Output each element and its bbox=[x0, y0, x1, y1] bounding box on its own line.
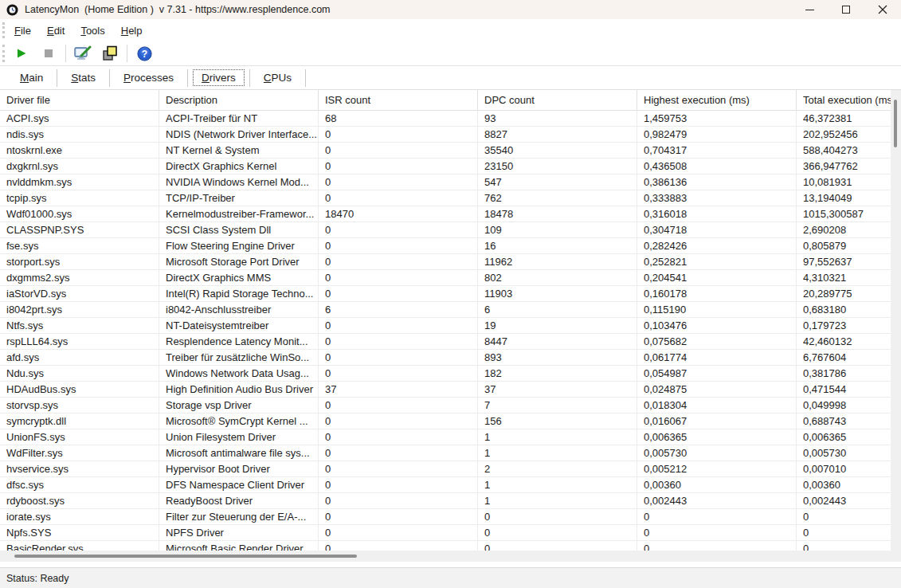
copy-report-button[interactable] bbox=[98, 44, 122, 63]
cell-highest-execution: 0,204541 bbox=[637, 270, 797, 285]
status-bar: Status: Ready bbox=[0, 567, 901, 588]
cell-description: Intel(R) Rapid Storage Techno... bbox=[159, 286, 319, 301]
cell-highest-execution: 0,982479 bbox=[637, 127, 797, 142]
column-header-dpc-count[interactable]: DPC count bbox=[478, 90, 637, 110]
cell-dpc-count: 0 bbox=[478, 541, 637, 551]
table-row[interactable]: ntoskrnl.exe NT Kernel & System 0 35540 … bbox=[0, 143, 901, 159]
cell-highest-execution: 0,075682 bbox=[637, 334, 797, 349]
table-row[interactable]: Ndu.sys Windows Network Data Usag... 0 1… bbox=[0, 366, 901, 382]
table-row[interactable]: storport.sys Microsoft Storage Port Driv… bbox=[0, 254, 901, 270]
cell-highest-execution: 0,103476 bbox=[637, 318, 797, 333]
table-row[interactable]: iorate.sys Filter zur Steuerung der E/A-… bbox=[0, 509, 901, 525]
column-header-isr-count[interactable]: ISR count bbox=[319, 90, 478, 110]
table-row[interactable]: dfsc.sys DFS Namespace Client Driver 0 1… bbox=[0, 477, 901, 493]
table-row[interactable]: HDAudBus.sys High Definition Audio Bus D… bbox=[0, 382, 901, 398]
cell-description: Microsoft antimalware file sys... bbox=[159, 445, 319, 461]
cell-dpc-count: 93 bbox=[478, 111, 637, 126]
cell-driver-file: iorate.sys bbox=[0, 509, 159, 524]
table-row[interactable]: rdyboost.sys ReadyBoost Driver 0 1 0,002… bbox=[0, 493, 901, 509]
menu-help[interactable]: Help bbox=[115, 22, 149, 39]
cell-isr-count: 0 bbox=[319, 398, 478, 413]
vertical-scrollbar-thumb[interactable] bbox=[894, 100, 897, 147]
vertical-scrollbar[interactable] bbox=[891, 90, 901, 551]
cell-driver-file: nvlddmkm.sys bbox=[0, 174, 159, 190]
cell-highest-execution: 0,002443 bbox=[637, 493, 797, 508]
cell-total-execution: 97,552637 bbox=[797, 254, 901, 269]
table-row[interactable]: WdFilter.sys Microsoft antimalware file … bbox=[0, 445, 901, 461]
cell-highest-execution: 0,00360 bbox=[637, 477, 797, 492]
tab-drivers[interactable]: Drivers bbox=[193, 69, 245, 86]
cell-driver-file: ACPI.sys bbox=[0, 111, 159, 126]
tab-processes[interactable]: Processes bbox=[115, 69, 182, 86]
table-row[interactable]: rspLLL64.sys Resplendence Latency Monit.… bbox=[0, 334, 901, 350]
minimize-button[interactable] bbox=[791, 0, 828, 19]
table-row[interactable]: afd.sys Treiber für zusätzliche WinSo...… bbox=[0, 350, 901, 366]
window-controls bbox=[791, 0, 901, 19]
table-row[interactable]: BasicRender.sys Microsoft Basic Render D… bbox=[0, 541, 901, 551]
tab-main[interactable]: Main bbox=[11, 69, 52, 86]
drivers-table: Driver file Description ISR count DPC co… bbox=[0, 90, 901, 562]
table-row[interactable]: tcpip.sys TCP/IP-Treiber 0 762 0,333883 … bbox=[0, 190, 901, 206]
cell-isr-count: 0 bbox=[319, 286, 478, 301]
column-header-highest-execution[interactable]: Highest execution (ms) bbox=[637, 90, 797, 110]
column-header-total-execution[interactable]: Total execution (ms) bbox=[797, 90, 901, 110]
table-row[interactable]: Ntfs.sys NT-Dateisystemtreiber 0 19 0,10… bbox=[0, 318, 901, 334]
cell-total-execution: 0,007010 bbox=[797, 461, 901, 476]
cell-total-execution: 2,690208 bbox=[797, 222, 901, 237]
table-row[interactable]: ACPI.sys ACPI-Treiber für NT 68 93 1,459… bbox=[0, 111, 901, 127]
cell-dpc-count: 18478 bbox=[478, 206, 637, 221]
table-row[interactable]: Wdf01000.sys Kernelmodustreiber-Framewor… bbox=[0, 206, 901, 222]
cell-highest-execution: 0 bbox=[637, 541, 797, 551]
cell-total-execution: 10,081931 bbox=[797, 174, 901, 190]
table-row[interactable]: dxgkrnl.sys DirectX Graphics Kernel 0 23… bbox=[0, 159, 901, 174]
toolbar-gripper bbox=[2, 45, 5, 62]
tab-separator bbox=[57, 69, 57, 87]
tab-bar: Main Stats Processes Drivers CPUs bbox=[0, 66, 901, 90]
table-row[interactable]: CLASSPNP.SYS SCSI Class System Dll 0 109… bbox=[0, 222, 901, 238]
cell-description: Union Filesystem Driver bbox=[159, 429, 319, 445]
table-row[interactable]: ndis.sys NDIS (Network Driver Interface.… bbox=[0, 127, 901, 143]
cell-isr-count: 0 bbox=[319, 174, 478, 190]
close-icon bbox=[878, 5, 887, 14]
cell-driver-file: fse.sys bbox=[0, 238, 159, 253]
cell-description: Filter zur Steuerung der E/A-... bbox=[159, 509, 319, 524]
cell-driver-file: dxgkrnl.sys bbox=[0, 159, 159, 174]
table-row[interactable]: Npfs.SYS NPFS Driver 0 0 0 0 bbox=[0, 525, 901, 541]
table-row[interactable]: i8042prt.sys i8042-Anschlusstreiber 6 6 … bbox=[0, 302, 901, 318]
horizontal-scrollbar[interactable] bbox=[0, 551, 901, 562]
menu-tools[interactable]: Tools bbox=[74, 22, 111, 39]
cell-driver-file: Wdf01000.sys bbox=[0, 206, 159, 221]
table-row[interactable]: dxgmms2.sys DirectX Graphics MMS 0 802 0… bbox=[0, 270, 901, 286]
stop-monitor-button[interactable] bbox=[37, 44, 61, 63]
cell-dpc-count: 1 bbox=[478, 493, 637, 508]
table-row[interactable]: symcryptk.dll Microsoft® SymCrypt Kernel… bbox=[0, 414, 901, 429]
cell-isr-count: 37 bbox=[319, 382, 478, 397]
start-monitor-button[interactable] bbox=[10, 44, 33, 63]
cell-highest-execution: 0,115190 bbox=[637, 302, 797, 317]
table-row[interactable]: nvlddmkm.sys NVIDIA Windows Kernel Mod..… bbox=[0, 174, 901, 190]
help-button[interactable]: ? bbox=[132, 44, 156, 63]
tab-stats[interactable]: Stats bbox=[62, 69, 104, 86]
menu-edit[interactable]: Edit bbox=[41, 22, 71, 39]
cell-highest-execution: 0,018304 bbox=[637, 398, 797, 413]
cell-driver-file: ndis.sys bbox=[0, 127, 159, 142]
table-row[interactable]: UnionFS.sys Union Filesystem Driver 0 1 … bbox=[0, 429, 901, 445]
tab-cpus[interactable]: CPUs bbox=[255, 69, 300, 86]
cell-description: Hypervisor Boot Driver bbox=[159, 461, 319, 476]
menu-file[interactable]: File bbox=[8, 22, 37, 39]
table-row[interactable]: fse.sys Flow Steering Engine Driver 0 16… bbox=[0, 238, 901, 254]
cell-driver-file: WdFilter.sys bbox=[0, 445, 159, 461]
minimize-icon bbox=[805, 10, 814, 10]
options-button[interactable] bbox=[71, 44, 95, 63]
horizontal-scrollbar-thumb[interactable] bbox=[14, 555, 357, 558]
column-header-driver-file[interactable]: Driver file bbox=[0, 90, 159, 110]
column-header-description[interactable]: Description bbox=[159, 90, 319, 110]
table-row[interactable]: iaStorVD.sys Intel(R) Rapid Storage Tech… bbox=[0, 286, 901, 302]
cell-driver-file: symcryptk.dll bbox=[0, 414, 159, 429]
close-button[interactable] bbox=[864, 0, 901, 19]
table-row[interactable]: hvservice.sys Hypervisor Boot Driver 0 2… bbox=[0, 461, 901, 477]
cell-isr-count: 0 bbox=[319, 461, 478, 476]
maximize-button[interactable] bbox=[828, 0, 864, 19]
table-row[interactable]: storvsp.sys Storage vsp Driver 0 7 0,018… bbox=[0, 398, 901, 414]
cell-isr-count: 0 bbox=[319, 477, 478, 492]
